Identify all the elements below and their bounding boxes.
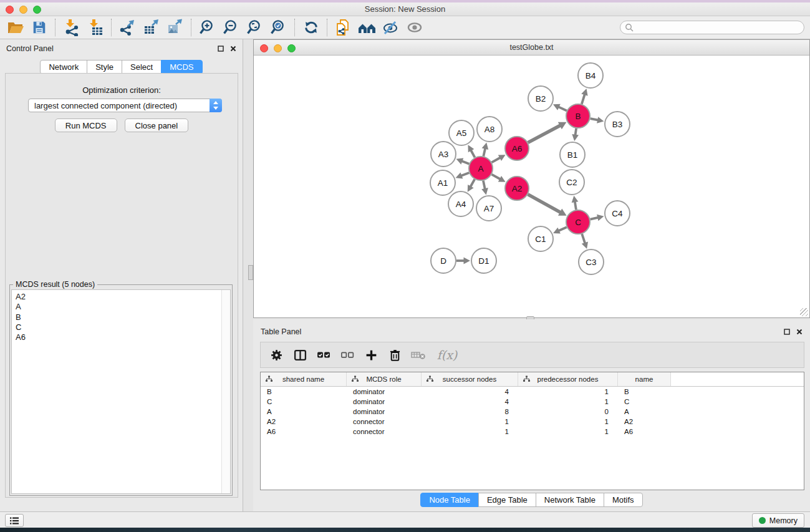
graph-node-D[interactable]: D	[431, 248, 456, 273]
table-row-b[interactable]: Bdominator41B	[261, 387, 804, 397]
close-panel-button[interactable]: Close panel	[125, 118, 189, 132]
graph-node-B2[interactable]: B2	[528, 86, 553, 111]
show-graphics-details-button[interactable]	[403, 17, 427, 37]
graph-edge-A-A7[interactable]	[481, 181, 488, 195]
graph-edge-C-C1[interactable]	[553, 227, 567, 233]
search-input[interactable]	[634, 22, 792, 32]
graph-node-A5[interactable]: A5	[449, 120, 474, 145]
run-mcds-button[interactable]: Run MCDS	[55, 118, 117, 132]
memory-button[interactable]: Memory	[752, 513, 804, 528]
hide-graphics-details-button[interactable]	[379, 17, 403, 37]
tab-network[interactable]: Network	[40, 60, 87, 74]
column-header-mcds-role[interactable]: MCDS role	[347, 372, 422, 386]
tab-mcds[interactable]: MCDS	[161, 60, 202, 74]
graph-edge-A-A1[interactable]	[456, 172, 470, 178]
result-list-scrollbar[interactable]	[221, 290, 230, 493]
close-panel-icon[interactable]	[229, 45, 237, 52]
graph-node-A6[interactable]: A6	[505, 137, 529, 160]
graph-node-B1[interactable]: B1	[560, 142, 585, 167]
select-all-columns-button[interactable]	[314, 346, 333, 364]
graph-node-B4[interactable]: B4	[578, 63, 603, 88]
graph-edge-A-A6[interactable]	[492, 155, 506, 162]
search-field[interactable]	[620, 21, 804, 34]
graph-node-B3[interactable]: B3	[605, 112, 630, 137]
graph-node-A8[interactable]: A8	[477, 117, 502, 142]
save-session-button[interactable]	[27, 17, 51, 37]
split-view-button[interactable]	[291, 346, 309, 364]
graph-node-A[interactable]: A	[469, 157, 493, 180]
graph-node-C[interactable]: C	[566, 210, 590, 234]
graph-edge-C-C3[interactable]	[582, 234, 588, 249]
apply-function-button[interactable]: f(x)	[433, 346, 461, 364]
column-header-shared-name[interactable]: shared name	[261, 372, 347, 386]
window-resize-grip[interactable]	[800, 308, 808, 316]
mcds-result-item[interactable]: B	[16, 312, 230, 322]
graph-node-D1[interactable]: D1	[471, 248, 496, 273]
import-table-button[interactable]	[84, 17, 107, 37]
mcds-result-item[interactable]: A2	[16, 292, 230, 302]
graph-node-A7[interactable]: A7	[476, 196, 501, 221]
graph-node-B[interactable]: B	[566, 104, 590, 128]
open-session-button[interactable]	[4, 17, 27, 37]
graph-node-C1[interactable]: C1	[528, 226, 553, 251]
zoom-selected-button[interactable]	[267, 17, 291, 37]
column-header-name[interactable]: name	[618, 372, 671, 386]
graph-node-A4[interactable]: A4	[448, 191, 473, 216]
optimization-criterion-select[interactable]: largest connected component (directed)	[28, 99, 222, 112]
show-all-networks-button[interactable]	[355, 17, 379, 37]
mcds-result-item[interactable]: A6	[16, 332, 230, 342]
graph-edge-D-D1[interactable]	[456, 258, 470, 264]
delete-table-button[interactable]	[409, 346, 428, 364]
mcds-result-item[interactable]: C	[16, 322, 230, 332]
column-header-predecessor-nodes[interactable]: predecessor nodes	[518, 372, 618, 386]
new-network-from-selection-button[interactable]	[332, 17, 355, 37]
deselect-all-columns-button[interactable]	[338, 346, 357, 364]
graph-node-C3[interactable]: C3	[579, 249, 604, 274]
graph-edge-B-B3[interactable]	[591, 117, 604, 123]
export-image-button[interactable]	[163, 17, 187, 37]
zoom-fit-button[interactable]	[243, 17, 267, 37]
table-row-a6[interactable]: A6connector11A6	[261, 427, 804, 437]
network-canvas[interactable]: AA1A2A3A4A5A6A7A8BB1B2B3B4CC1C2C3C4DD1	[254, 56, 809, 320]
import-network-button[interactable]	[60, 17, 84, 37]
task-history-button[interactable]	[5, 514, 24, 527]
table-row-a[interactable]: Adominator80A	[261, 407, 804, 417]
graph-edge-B-B2[interactable]	[553, 104, 567, 111]
tab-network-table[interactable]: Network Table	[536, 493, 604, 507]
vertical-splitter-grip[interactable]	[248, 265, 253, 280]
tab-node-table[interactable]: Node Table	[420, 493, 479, 507]
graph-edge-C-C4[interactable]	[591, 215, 604, 221]
table-settings-button[interactable]	[267, 346, 286, 364]
mcds-result-item[interactable]: A	[16, 302, 230, 312]
add-column-button[interactable]	[362, 346, 380, 364]
graph-node-A1[interactable]: A1	[430, 170, 455, 195]
graph-edge-A-A3[interactable]	[456, 158, 470, 165]
graph-edge-A-A4[interactable]	[468, 179, 475, 191]
graph-edge-A-A5[interactable]	[468, 145, 475, 157]
table-row-c[interactable]: Cdominator41C	[261, 397, 804, 407]
close-table-panel-icon[interactable]	[796, 328, 803, 336]
graph-node-A3[interactable]: A3	[431, 142, 456, 167]
zoom-in-button[interactable]	[196, 17, 219, 37]
graph-edge-A-A8[interactable]	[482, 142, 489, 156]
float-table-panel-icon[interactable]	[783, 328, 791, 336]
float-panel-icon[interactable]	[217, 45, 224, 52]
graph-node-A2[interactable]: A2	[505, 177, 529, 200]
graph-edge-B-B1[interactable]	[572, 128, 579, 141]
tab-select[interactable]: Select	[122, 60, 162, 74]
tab-edge-table[interactable]: Edge Table	[478, 493, 536, 507]
export-network-button[interactable]	[116, 17, 140, 37]
tab-style[interactable]: Style	[87, 60, 122, 74]
zoom-out-button[interactable]	[219, 17, 243, 37]
graph-edge-B-B4[interactable]	[581, 89, 587, 104]
graph-edge-A-A2[interactable]	[492, 175, 506, 182]
graph-node-C4[interactable]: C4	[605, 201, 630, 226]
table-row-a2[interactable]: A2connector11A2	[261, 417, 804, 427]
tab-motifs[interactable]: Motifs	[604, 493, 643, 507]
graph-node-C2[interactable]: C2	[559, 170, 584, 195]
graph-edge-A2-C[interactable]	[528, 195, 567, 216]
graph-edge-A6-B[interactable]	[528, 122, 567, 143]
delete-column-button[interactable]	[385, 346, 404, 364]
export-table-button[interactable]	[140, 17, 163, 37]
apply-layout-button[interactable]	[299, 17, 323, 37]
